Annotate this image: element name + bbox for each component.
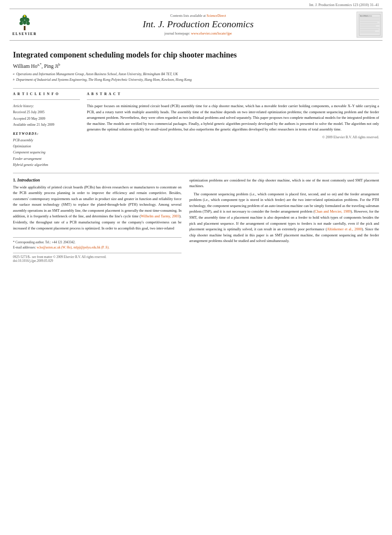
page: Int. J. Production Economics 123 (2010) …	[0, 0, 392, 535]
affiliation-b: Department of Industrial and Systems Eng…	[16, 77, 192, 83]
elsevier-tree-icon	[18, 14, 31, 31]
ref-wilhelm: Wilhelm and Tarmy, 2003	[141, 214, 179, 218]
footer-issn: 0925-5273/$– see front matter © 2009 Els…	[13, 255, 182, 259]
email-p[interactable]: mfpji@polyu.edu.hk (P. Ji).	[73, 245, 109, 249]
available-line: Available online 21 July 2009	[13, 122, 80, 128]
ref-chan: Chan and Mercier, 1989	[315, 209, 351, 213]
elsevier-logo-container: ELSEVIER	[10, 14, 40, 36]
keyword-1: PCB assembly	[13, 137, 80, 143]
abstract-text: This paper focuses on minimizing printed…	[87, 103, 379, 133]
body-left-col: 1. Introduction The wide applicability o…	[13, 178, 182, 263]
journal-thumb: Int. J. Production economics	[357, 12, 382, 38]
author-a-sup: a,*	[38, 63, 42, 67]
footer-bar: 0925-5273/$– see front matter © 2009 Els…	[13, 253, 182, 263]
article-history: Article history: Received 25 July 2005 A…	[13, 103, 80, 128]
ref-altinkemer: Altinkemer et al., 2000	[327, 227, 362, 231]
journal-reference: Int. J. Production Economics 123 (2010) …	[309, 3, 379, 7]
journal-homepage: journal homepage: www.elsevier.com/locat…	[40, 32, 357, 35]
sciencedirect-line: Contents lists available at ScienceDirec…	[40, 14, 357, 18]
keyword-3: Component sequencing	[13, 150, 80, 156]
abstract-col: A B S T R A C T This paper focuses on mi…	[87, 92, 379, 169]
author-b-sup: b	[58, 63, 60, 67]
body-divider	[13, 173, 379, 173]
intro-para-right-2: The component sequencing problem (i.e., …	[189, 191, 379, 244]
keywords-header: Keywords:	[13, 132, 80, 136]
keywords-section: Keywords: PCB assembly Optimization Comp…	[13, 132, 80, 169]
intro-body-left: The wide applicability of printed circui…	[13, 185, 182, 232]
intro-body-right: optimization problems are considered for…	[189, 178, 379, 245]
email-label: E-mail addresses:	[13, 245, 36, 249]
footnotes-section: * Corresponding author. Tel.: +44 121 20…	[13, 237, 182, 263]
article-info-abstract: A R T I C L E I N F O Article history: R…	[13, 92, 379, 169]
copyright-line: © 2009 Elsevier B.V. All rights reserved…	[87, 135, 379, 139]
paper-content: Integrated component scheduling models f…	[0, 41, 392, 263]
footer-doi: doi:10.1016/j.ijpe.2009.05.029	[13, 259, 182, 263]
affiliation-a-line: a Operations and Information Management …	[13, 72, 379, 77]
article-info-divider	[13, 99, 80, 100]
homepage-url[interactable]: www.elsevier.com/locate/ijpe	[191, 32, 232, 35]
article-info-col: A R T I C L E I N F O Article history: R…	[13, 92, 80, 169]
accepted-line: Accepted 20 May 2009	[13, 116, 80, 122]
svg-point-4	[26, 22, 30, 25]
affiliation-a: Operations and Information Management Gr…	[16, 72, 178, 77]
body-right-col: optimization problems are considered for…	[189, 178, 379, 263]
journal-title: Int. J. Production Economics	[40, 19, 357, 30]
history-header: Article history:	[13, 103, 80, 109]
affiliation-b-line: b Department of Industrial and Systems E…	[13, 77, 379, 83]
footnote-corresponding: * Corresponding author. Tel.: +44 121 20…	[13, 240, 182, 250]
header-divider	[13, 88, 379, 89]
footnote-email-line: E-mail addresses: w.ho@aston.ac.uk (W. H…	[13, 245, 182, 250]
svg-rect-6	[24, 26, 25, 30]
intro-para-right-1: optimization problems are considered for…	[189, 178, 379, 189]
affiliations: a Operations and Information Management …	[13, 72, 379, 83]
svg-text:economics: economics	[360, 15, 368, 17]
article-info-header: A R T I C L E I N F O	[13, 92, 80, 96]
top-reference-bar: Int. J. Production Economics 123 (2010) …	[0, 0, 392, 9]
svg-point-5	[23, 20, 26, 25]
elsevier-wordmark: ELSEVIER	[13, 32, 37, 36]
email-w[interactable]: w.ho@aston.ac.uk (W. Ho),	[37, 245, 73, 249]
author-b-name: Ping Ji	[44, 63, 58, 69]
intro-title-text: Introduction	[17, 178, 40, 182]
svg-point-7	[24, 15, 25, 17]
authors-line: William Hoa,*, Ping Jib	[13, 63, 379, 70]
intro-section-title: 1. Introduction	[13, 178, 182, 182]
abstract-divider	[87, 99, 379, 100]
author-a-name: William Ho	[13, 63, 38, 69]
journal-cover-icon: Int. J. Production economics	[358, 13, 382, 37]
svg-point-3	[19, 22, 23, 25]
intro-para-1: The wide applicability of printed circui…	[13, 185, 182, 232]
journal-header: ELSEVIER Contents lists available at Sci…	[10, 9, 382, 41]
body-content: 1. Introduction The wide applicability o…	[13, 178, 379, 263]
abstract-header: A B S T R A C T	[87, 92, 379, 96]
keyword-4: Feeder arrangement	[13, 156, 80, 162]
footnote-asterisk-line: * Corresponding author. Tel.: +44 121 20…	[13, 240, 182, 245]
keyword-5: Hybrid genetic algorithm	[13, 162, 80, 168]
sciencedirect-link[interactable]: ScienceDirect	[207, 14, 226, 18]
article-title: Integrated component scheduling models f…	[13, 50, 379, 60]
journal-header-center: Contents lists available at ScienceDirec…	[40, 14, 357, 35]
keywords-list: PCB assembly Optimization Component sequ…	[13, 137, 80, 169]
received-line: Received 25 July 2005	[13, 109, 80, 115]
keyword-2: Optimization	[13, 143, 80, 150]
